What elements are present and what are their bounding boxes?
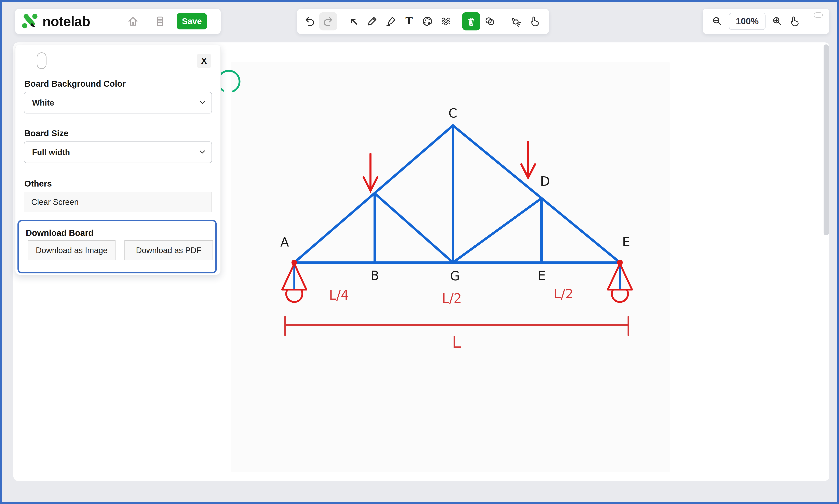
highlighter-icon [384,15,397,28]
brand-name: notelab [42,9,90,34]
background-pattern-button[interactable] [440,15,452,28]
undo-icon [303,15,316,28]
collapse-pill[interactable] [814,12,823,18]
document-icon [153,15,166,28]
chevron-down-icon [199,150,206,154]
bg-color-select[interactable]: White [24,92,212,113]
download-board-section: Download Board Download as Image Downloa… [17,220,217,273]
select-tool-button[interactable] [347,15,360,28]
board-size-select[interactable]: Full width [24,142,212,163]
text-icon: T [403,15,415,28]
waves-icon [440,15,452,28]
zoom-in-button[interactable] [771,15,784,28]
undo-button[interactable] [303,15,316,28]
zoom-in-icon [771,15,784,28]
home-button[interactable] [126,15,140,28]
bg-color-value: White [32,98,54,107]
save-button[interactable]: Save [177,13,207,30]
pencil-icon [365,15,379,28]
grab-hand-icon [788,15,801,28]
color-palette-button[interactable] [421,15,434,28]
zoom-level-value[interactable]: 100% [729,13,766,30]
zoom-card: 100% [703,9,829,34]
shapes-circles-icon [483,15,496,28]
grab-tool-button[interactable] [788,15,801,28]
highlighter-tool-button[interactable] [384,15,397,28]
others-label: Others [24,179,52,188]
download-board-label: Download Board [26,228,94,238]
hand-icon [528,15,541,28]
panel-close-button[interactable]: X [197,54,211,68]
home-icon [126,15,140,28]
pencil-tool-button[interactable] [365,15,379,28]
palette-icon [421,15,434,28]
trash-tool-button[interactable] [465,15,478,28]
laser-tool-button[interactable] [509,15,522,28]
pasted-image-region [231,62,670,472]
download-as-image-button[interactable]: Download as Image [28,240,115,260]
zoom-out-button[interactable] [711,15,724,28]
shapes-tool-button[interactable] [483,15,496,28]
app-window: A C D E B G E L/4 L/2 L/2 L notelab [0,0,839,504]
board-size-label: Board Size [24,128,68,138]
board-size-value: Full width [32,148,70,157]
redo-button[interactable] [322,15,335,28]
redo-icon [322,15,335,28]
download-as-pdf-button[interactable]: Download as PDF [124,240,213,260]
vertical-scrollbar[interactable] [824,44,829,235]
notelab-logo-icon [21,12,39,31]
board-settings-panel: X Board Background Color White Board Siz… [15,44,221,275]
bg-color-label: Board Background Color [24,79,126,89]
clear-screen-button[interactable]: Clear Screen [24,192,212,212]
panel-toggle-pill[interactable] [37,52,47,69]
notes-button[interactable] [153,15,166,28]
laser-pointer-icon [509,15,522,28]
pan-tool-button[interactable] [528,15,541,28]
zoom-out-icon [711,15,724,28]
cursor-arrow-icon [347,15,360,28]
toolbar-card: T [297,9,549,34]
chevron-down-icon [199,101,206,105]
svg-text:T: T [405,15,413,26]
text-tool-button[interactable]: T [403,15,415,28]
logo-card: notelab Save [15,9,221,34]
trash-icon [465,15,478,28]
